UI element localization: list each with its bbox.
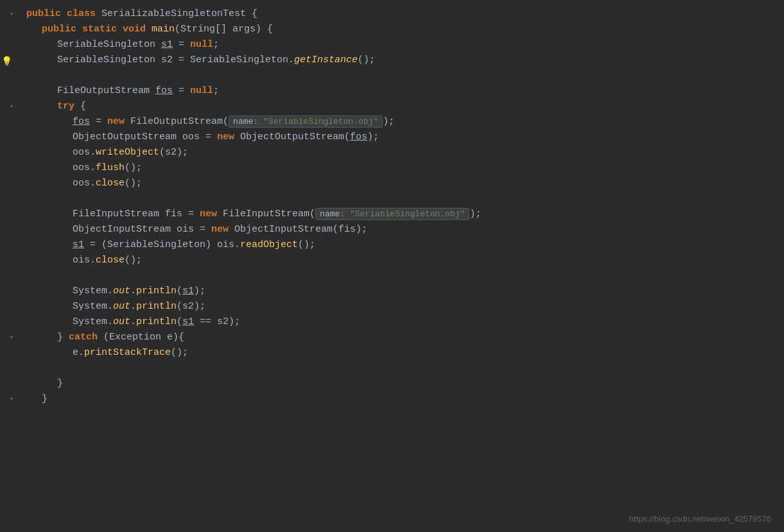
line-content-25: }: [23, 376, 784, 391]
code-line-18: [0, 268, 784, 284]
code-line-6: FileOutputStream fos = null;: [0, 83, 784, 99]
line-content-14: FileInputStream fis = new FileInputStrea…: [23, 207, 784, 221]
line-content-8: fos = new FileOutputStream(name: "Seriab…: [23, 114, 784, 129]
code-line-19: System.out.println(s1);: [0, 284, 784, 299]
code-line-3: SeriableSingleton s1 = null;: [0, 37, 784, 53]
code-line-21: System.out.println(s1 == s2);: [0, 314, 784, 330]
line-content-23: e.printStackTrace();: [23, 345, 784, 360]
code-line-20: System.out.println(s2);: [0, 299, 784, 314]
gutter-1: ▾: [0, 9, 23, 20]
code-line-1: ▾ public class SerializableSingletonTest…: [0, 6, 784, 22]
code-line-23: e.printStackTrace();: [0, 345, 784, 361]
code-line-14: FileInputStream fis = new FileInputStrea…: [0, 207, 784, 222]
line-content-2: public static void main(String[] args) {: [23, 22, 784, 37]
line-content-26: }: [23, 391, 784, 406]
code-line-16: s1 = (SeriableSingleton) ois.readObject(…: [0, 237, 784, 253]
line-content-19: System.out.println(s1);: [23, 284, 784, 298]
code-line-15: ObjectInputStream ois = new ObjectInputS…: [0, 222, 784, 237]
line-content-10: oos.writeObject(s2);: [23, 145, 784, 160]
line-content-3: SeriableSingleton s1 = null;: [23, 37, 784, 52]
line-content-22: } catch (Exception e){: [23, 330, 784, 345]
line-content-9: ObjectOutputStream oos = new ObjectOutpu…: [23, 130, 784, 144]
fold-icon-26[interactable]: ▾: [10, 394, 14, 405]
code-line-17: ois.close();: [0, 253, 784, 268]
code-editor: ▾ public class SerializableSingletonTest…: [0, 0, 784, 532]
line-content-13: [23, 191, 784, 206]
line-content-15: ObjectInputStream ois = new ObjectInputS…: [23, 222, 784, 237]
line-content-21: System.out.println(s1 == s2);: [23, 314, 784, 329]
fold-icon-22[interactable]: ▾: [10, 332, 14, 343]
code-line-26: ▾ }: [0, 391, 784, 407]
code-line-25: }: [0, 376, 784, 391]
fold-icon-7[interactable]: ▾: [10, 101, 14, 112]
code-line-9: ObjectOutputStream oos = new ObjectOutpu…: [0, 130, 784, 145]
line-content-11: oos.flush();: [23, 160, 784, 175]
fold-icon-1[interactable]: ▾: [10, 9, 14, 20]
watermark: https://blog.csdn.net/weixin_42579576: [629, 513, 771, 526]
code-line-22: ▾ } catch (Exception e){: [0, 330, 784, 345]
line-content-4: SeriableSingleton s2 = SeriableSingleton…: [23, 53, 784, 67]
line-content-12: oos.close();: [23, 176, 784, 191]
code-line-13: [0, 191, 784, 207]
code-line-5: [0, 68, 784, 83]
line-content-16: s1 = (SeriableSingleton) ois.readObject(…: [23, 237, 784, 252]
gutter-26: ▾: [0, 394, 23, 405]
code-line-12: oos.close();: [0, 176, 784, 191]
code-line-24: [0, 361, 784, 376]
line-content-17: ois.close();: [23, 253, 784, 268]
code-line-7: ▾ try {: [0, 99, 784, 114]
line-content-1: public class SerializableSingletonTest {: [23, 6, 784, 21]
line-content-7: try {: [23, 99, 784, 114]
code-line-11: oos.flush();: [0, 160, 784, 176]
code-line-8: fos = new FileOutputStream(name: "Seriab…: [0, 114, 784, 130]
line-content-20: System.out.println(s2);: [23, 299, 784, 314]
gutter-7: ▾: [0, 101, 23, 112]
line-content-24: [23, 361, 784, 375]
line-content-6: FileOutputStream fos = null;: [23, 83, 784, 98]
code-line-4: 💡 SeriableSingleton s2 = SeriableSinglet…: [0, 53, 784, 68]
code-line-10: oos.writeObject(s2);: [0, 145, 784, 160]
bulb-icon[interactable]: 💡: [1, 55, 12, 69]
line-content-5: [23, 68, 784, 83]
gutter-22: ▾: [0, 332, 23, 343]
line-content-18: [23, 268, 784, 283]
code-line-2: public static void main(String[] args) {: [0, 22, 784, 37]
